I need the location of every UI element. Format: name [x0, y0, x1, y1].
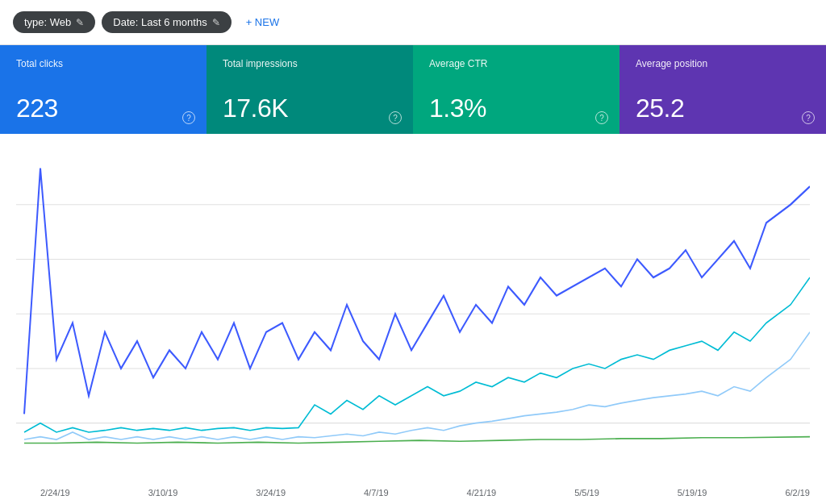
x-label-2: 3/10/19: [148, 488, 178, 498]
metric-total-clicks: Total clicks 223 ?: [0, 45, 206, 134]
main-content: Total clicks 223 ? Total impressions 17.…: [0, 45, 826, 504]
metric-average-position: Average position 25.2 ?: [620, 45, 826, 134]
new-button-label: + NEW: [246, 16, 280, 28]
metric-total-impressions: Total impressions 17.6K ?: [206, 45, 413, 134]
x-axis-labels: 2/24/19 3/10/19 3/24/19 4/7/19 4/21/19 5…: [16, 485, 810, 498]
metric-total-impressions-label: Total impressions: [223, 58, 397, 71]
metric-average-ctr-label: Average CTR: [429, 58, 603, 71]
x-label-1: 2/24/19: [40, 488, 70, 498]
x-label-4: 4/7/19: [364, 488, 389, 498]
x-label-8: 6/2/19: [785, 488, 810, 498]
new-button[interactable]: + NEW: [238, 11, 288, 33]
metric-total-impressions-value: 17.6K: [223, 95, 397, 121]
metric-average-ctr-value: 1.3%: [429, 95, 603, 121]
chart-area: 2/24/19 3/10/19 3/24/19 4/7/19 4/21/19 5…: [0, 134, 826, 504]
metrics-row: Total clicks 223 ? Total impressions 17.…: [0, 45, 826, 134]
date-filter-edit-icon: ✎: [212, 17, 220, 28]
x-label-3: 3/24/19: [256, 488, 286, 498]
metric-average-position-value: 25.2: [636, 95, 810, 121]
type-filter-chip[interactable]: type: Web ✎: [13, 11, 95, 33]
metric-average-ctr: Average CTR 1.3% ?: [413, 45, 620, 134]
metric-average-position-label: Average position: [636, 58, 810, 71]
toolbar: type: Web ✎ Date: Last 6 months ✎ + NEW: [0, 0, 826, 45]
date-filter-chip[interactable]: Date: Last 6 months ✎: [102, 11, 231, 33]
type-filter-label: type: Web: [24, 16, 71, 28]
metric-total-clicks-help[interactable]: ?: [182, 111, 195, 124]
x-label-5: 4/21/19: [467, 488, 497, 498]
x-label-7: 5/19/19: [678, 488, 707, 498]
type-filter-edit-icon: ✎: [76, 17, 84, 28]
x-label-6: 5/5/19: [574, 488, 599, 498]
date-filter-label: Date: Last 6 months: [113, 16, 206, 28]
metric-average-ctr-help[interactable]: ?: [595, 111, 608, 124]
metric-total-impressions-help[interactable]: ?: [389, 111, 402, 124]
metric-average-position-help[interactable]: ?: [802, 111, 815, 124]
metric-total-clicks-value: 223: [16, 95, 190, 121]
metric-total-clicks-label: Total clicks: [16, 58, 190, 71]
line-chart: [16, 150, 810, 496]
